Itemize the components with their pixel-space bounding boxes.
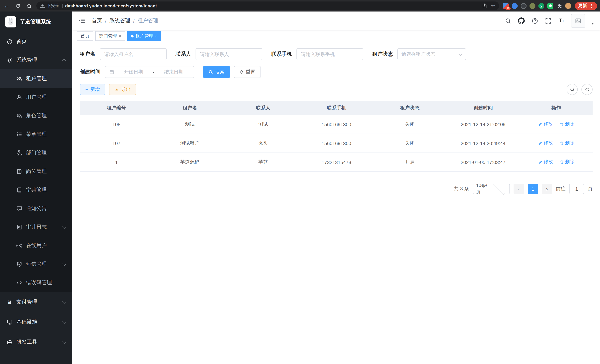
chevron-down-icon — [62, 299, 66, 304]
tool-icon — [7, 339, 13, 345]
sidebar-item-menu[interactable]: 菜单管理 — [0, 125, 72, 144]
security-chip[interactable]: 不安全 — [40, 3, 60, 9]
back-icon[interactable]: ← — [3, 2, 10, 9]
edit-label: 修改 — [544, 121, 553, 127]
extension-icon-4[interactable] — [529, 3, 535, 9]
refresh-icon — [585, 87, 590, 92]
search-icon — [208, 70, 213, 74]
mobile-input[interactable] — [297, 48, 363, 60]
search-button[interactable]: 搜索 — [203, 66, 230, 78]
star-icon[interactable]: ☆ — [491, 3, 495, 8]
contact-input[interactable] — [196, 48, 262, 60]
sidebar-item-label: 菜单管理 — [26, 131, 47, 138]
cell-id: 108 — [80, 115, 153, 134]
app-title: 芋道管理系统 — [20, 19, 51, 25]
cell-actions: 修改 删除 — [520, 115, 593, 134]
dict-book-icon — [16, 187, 22, 193]
delete-button[interactable]: 删除 — [559, 121, 574, 127]
sidebar-item-notice[interactable]: 通知公告 — [0, 199, 72, 218]
sidebar-item-payment[interactable]: ¥ 支付管理 — [0, 292, 72, 312]
sidebar-item-role[interactable]: 角色管理 — [0, 106, 72, 125]
close-icon[interactable]: × — [155, 33, 158, 38]
date-range-picker[interactable]: 开始日期 - 结束日期 — [105, 66, 194, 78]
refresh-table-button[interactable] — [581, 84, 593, 95]
chrome-update-button[interactable]: 更新 ⋮ — [575, 2, 597, 10]
app-logo[interactable]: 芋道管理系统 — [0, 11, 72, 32]
caret-down-icon[interactable] — [591, 22, 594, 24]
reload-icon[interactable] — [14, 2, 21, 9]
sidebar-item-tenant[interactable]: 租户管理 — [0, 69, 72, 88]
col-mobile: 联系手机 — [300, 101, 373, 115]
profile-avatar[interactable] — [565, 3, 571, 9]
extension-icon-1[interactable]: 10 — [503, 3, 509, 9]
prev-page-button[interactable]: ‹ — [514, 184, 524, 194]
page-size-select[interactable]: 10条/页 — [473, 184, 510, 194]
breadcrumb-system[interactable]: 系统管理 — [110, 18, 130, 24]
sidebar-item-error-code[interactable]: 错误码管理 — [0, 273, 72, 292]
delete-button[interactable]: 删除 — [559, 159, 574, 165]
edit-button[interactable]: 修改 — [538, 140, 553, 146]
tag-label: 租户管理 — [135, 33, 153, 39]
github-icon[interactable] — [518, 17, 525, 25]
security-label: 不安全 — [47, 3, 60, 9]
tenant-table: 租户编号 租户名 联系人 联系手机 租户状态 创建时间 操作 108 测试 — [80, 101, 593, 172]
date-start-placeholder: 开始日期 — [117, 69, 150, 75]
address-bar[interactable]: 不安全 dashboard.yudao.iocoder.cn/system/te… — [36, 1, 499, 10]
close-icon[interactable]: × — [119, 33, 121, 38]
sidebar-item-user[interactable]: 用户管理 — [0, 88, 72, 106]
extension-icon-3[interactable] — [521, 3, 526, 9]
sidebar-item-post[interactable]: 岗位管理 — [0, 162, 72, 181]
delete-button[interactable]: 删除 — [559, 140, 574, 146]
extension-icon-6[interactable] — [547, 3, 553, 9]
chevron-down-icon — [62, 319, 66, 324]
sidebar-item-dept[interactable]: 部门管理 — [0, 144, 72, 162]
sidebar-item-dict[interactable]: 字典管理 — [0, 181, 72, 199]
avatar-broken-image[interactable] — [571, 14, 585, 28]
sidebar-item-audit-log[interactable]: 审计日志 — [0, 218, 72, 236]
edit-button[interactable]: 修改 — [538, 121, 553, 127]
tag-tenant[interactable]: 租户管理 × — [127, 31, 161, 41]
add-button[interactable]: + 新增 — [80, 84, 105, 95]
trash-icon — [559, 160, 564, 164]
sidebar: 芋道管理系统 首页 系统管理 — [0, 11, 72, 364]
hide-search-button[interactable] — [567, 84, 578, 95]
page-number-1[interactable]: 1 — [528, 184, 538, 194]
extension-icon-2[interactable] — [512, 3, 518, 9]
puzzle-icon[interactable] — [556, 3, 562, 9]
fullscreen-icon[interactable] — [544, 17, 552, 25]
font-size-icon[interactable]: TT — [558, 17, 565, 25]
sidebar-item-system[interactable]: 系统管理 — [0, 51, 72, 69]
edit-button[interactable]: 修改 — [538, 159, 553, 165]
sidebar-item-sms[interactable]: 短信管理 — [0, 255, 72, 273]
message-icon — [16, 205, 22, 212]
goto-label: 前往 — [556, 186, 565, 192]
tenant-name-input[interactable] — [100, 48, 167, 60]
edit-icon — [538, 160, 543, 164]
col-created: 创建时间 — [446, 101, 520, 115]
sidebar-item-dev-tools[interactable]: 研发工具 — [0, 332, 72, 352]
cell-contact: 秃头 — [226, 134, 300, 153]
help-icon[interactable] — [531, 17, 538, 25]
share-icon[interactable] — [482, 3, 488, 8]
sidebar-item-online-user[interactable]: 在线用户 — [0, 236, 72, 255]
breadcrumb-home[interactable]: 首页 — [92, 18, 102, 24]
goto-page-input[interactable] — [569, 184, 584, 194]
tag-home[interactable]: 首页 — [77, 31, 93, 41]
url-text[interactable]: dashboard.yudao.iocoder.cn/system/tenant — [65, 3, 480, 8]
sidebar-item-home[interactable]: 首页 — [0, 32, 72, 51]
hamburger-icon[interactable] — [78, 17, 86, 25]
status-select[interactable]: 请选择租户状态 — [397, 48, 466, 60]
next-page-button[interactable]: › — [542, 184, 552, 194]
sidebar-item-infra[interactable]: 基础设施 — [0, 312, 72, 332]
extension-icon-5[interactable]: y — [538, 3, 544, 9]
menu-kebab-icon[interactable]: ⋮ — [589, 3, 594, 8]
home-icon[interactable] — [25, 2, 33, 9]
cell-contact: 芋艿 — [226, 153, 300, 172]
search-button-label: 搜索 — [215, 69, 225, 75]
tag-dept[interactable]: 部门管理 × — [95, 31, 125, 41]
roles-icon — [16, 113, 22, 119]
reset-button[interactable]: 重置 — [234, 66, 261, 78]
extensions-area: 10 y — [503, 3, 571, 9]
search-icon[interactable] — [504, 17, 512, 25]
export-button[interactable]: 导出 — [109, 84, 136, 95]
